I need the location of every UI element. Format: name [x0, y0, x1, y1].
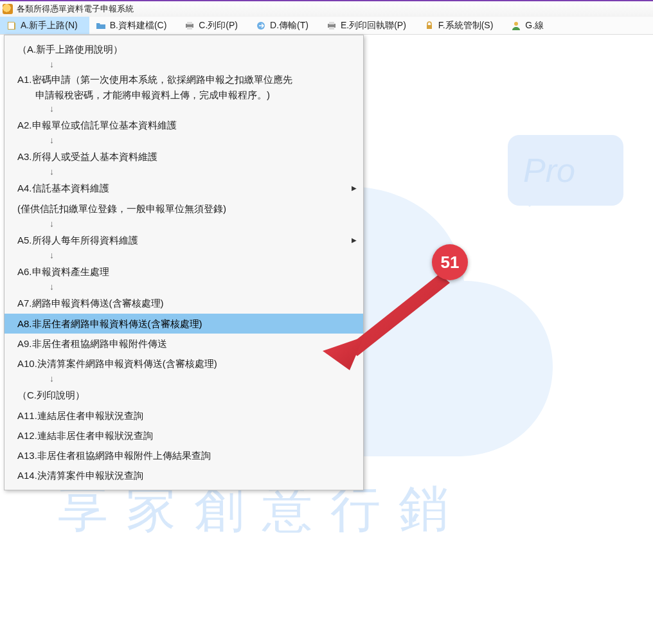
dropdown-item-label: A8.非居住者網路申報資料傳送(含審核處理): [17, 316, 202, 331]
dropdown-item-label: A12.連結非居住者申報狀況查詢: [17, 428, 153, 443]
flow-arrow-icon: ↓: [4, 103, 363, 115]
dropdown-item-label: A10.決清算案件網路申報資料傳送(含審核處理): [17, 356, 217, 371]
user-icon: [511, 21, 521, 31]
dropdown-item[interactable]: A4.信託基本資料維護: [4, 178, 363, 198]
svg-rect-6: [329, 27, 334, 30]
flow-arrow-icon: ↓: [4, 282, 363, 293]
dropdown-item[interactable]: A12.連結非居住者申報狀況查詢: [4, 425, 363, 445]
dropdown-item-label: A3.所得人或受益人基本資料維護: [17, 149, 157, 164]
dropdown-item-label: A6.申報資料產生處理: [17, 264, 109, 279]
flow-arrow-icon: ↓: [4, 166, 363, 178]
flow-arrow-icon: ↓: [4, 250, 363, 262]
dropdown-item-label: A4.信託基本資料維護: [17, 181, 109, 195]
menu-label: G.線: [525, 20, 544, 31]
printer-icon: [326, 21, 337, 31]
flow-arrow-icon: ↓: [4, 59, 363, 71]
menu-a-newbie[interactable]: A.新手上路(N): [0, 17, 89, 34]
menu-label: D.傳輸(T): [270, 20, 309, 31]
svg-rect-1: [187, 22, 192, 24]
dropdown-item-label: A13.非居住者租協網路申報附件上傳結果查詢: [17, 448, 211, 463]
printer-icon: [184, 21, 195, 31]
dropdown-item-label: (僅供信託扣繳單位登錄，一般申報單位無須登錄): [17, 201, 226, 216]
dropdown-item-label: A9.非居住者租協網路申報附件傳送: [17, 336, 167, 351]
dropdown-item-label: A5.所得人每年所得資料維護: [17, 233, 138, 247]
dropdown-item[interactable]: A2.申報單位或信託單位基本資料維護: [4, 115, 363, 135]
window-title: 各類所得憑單資料電子申報系統: [17, 3, 134, 15]
dropdown-item[interactable]: A13.非居住者租協網路申報附件上傳結果查詢: [4, 445, 363, 465]
book-icon: [6, 21, 17, 31]
dropdown-item[interactable]: A5.所得人每年所得資料維護: [4, 230, 363, 250]
dropdown-item-label: （C.列印說明）: [17, 388, 85, 402]
menu-f-system[interactable]: F.系統管制(S): [418, 17, 505, 34]
lock-icon: [424, 21, 434, 31]
menu-g-online[interactable]: G.線: [505, 17, 555, 34]
menubar: A.新手上路(N) B.資料建檔(C) C.列印(P) D.傳輸(T) E.列印…: [0, 17, 653, 35]
dropdown-item-label: （A.新手上路使用說明）: [17, 42, 123, 57]
app-icon: [3, 4, 13, 14]
svg-rect-7: [427, 25, 432, 29]
dropdown-item[interactable]: A10.決清算案件網路申報資料傳送(含審核處理): [4, 353, 363, 373]
window-titlebar: 各類所得憑單資料電子申報系統: [0, 0, 653, 17]
menu-d-transfer[interactable]: D.傳輸(T): [249, 17, 320, 34]
menu-label: A.新手上路(N): [21, 20, 78, 31]
dropdown-item[interactable]: A11.連結居住者申報狀況查詢: [4, 406, 363, 425]
annotation-number: 51: [441, 253, 460, 273]
menu-label: E.列印回執聯(P): [341, 20, 406, 31]
dropdown-item-label: A1.密碼申請（第一次使用本系統，欲採網路申報之扣繳單位應先: [17, 74, 292, 85]
dropdown-item[interactable]: A14.決清算案件申報狀況查詢: [4, 465, 363, 485]
flow-arrow-icon: ↓: [4, 135, 363, 147]
menu-b-data[interactable]: B.資料建檔(C): [89, 17, 179, 34]
flow-arrow-icon: ↓: [4, 373, 363, 385]
dropdown-item[interactable]: A1.密碼申請（第一次使用本系統，欲採網路申報之扣繳單位應先申請報稅密碼，才能將…: [4, 71, 363, 103]
menu-c-print[interactable]: C.列印(P): [178, 17, 249, 34]
dropdown-item[interactable]: A7.網路申報資料傳送(含審核處理): [4, 293, 363, 313]
dropdown-item[interactable]: （C.列印說明）: [4, 385, 363, 405]
svg-rect-5: [329, 22, 334, 24]
menu-label: F.系統管制(S): [438, 20, 494, 31]
dropdown-item-label: A2.申報單位或信託單位基本資料維護: [17, 118, 177, 132]
pro-bubble: Pro: [508, 135, 623, 206]
dropdown-item[interactable]: A9.非居住者租協網路申報附件傳送: [4, 334, 363, 353]
flow-arrow-icon: ↓: [4, 219, 363, 230]
menu-a-dropdown: （A.新手上路使用說明）↓A1.密碼申請（第一次使用本系統，欲採網路申報之扣繳單…: [4, 35, 364, 490]
pro-text: Pro: [508, 135, 623, 206]
svg-rect-2: [187, 27, 192, 30]
folder-icon: [96, 21, 106, 31]
dropdown-item-selected[interactable]: A8.非居住者網路申報資料傳送(含審核處理): [4, 314, 363, 334]
menu-label: C.列印(P): [199, 20, 238, 31]
menu-e-receipt[interactable]: E.列印回執聯(P): [320, 17, 418, 34]
transfer-icon: [256, 21, 266, 31]
dropdown-item[interactable]: （A.新手上路使用說明）: [4, 39, 363, 59]
dropdown-item-label: 申請報稅密碼，才能將申報資料上傳，完成申報程序。): [17, 87, 350, 102]
dropdown-item-label: A11.連結居住者申報狀況查詢: [17, 408, 143, 423]
dropdown-item[interactable]: A3.所得人或受益人基本資料維護: [4, 147, 363, 166]
annotation-badge: 51: [432, 244, 468, 280]
dropdown-item[interactable]: A6.申報資料產生處理: [4, 262, 363, 282]
dropdown-item[interactable]: (僅供信託扣繳單位登錄，一般申報單位無須登錄): [4, 199, 363, 219]
svg-point-8: [514, 22, 518, 26]
dropdown-item-label: A7.網路申報資料傳送(含審核處理): [17, 296, 164, 310]
menu-label: B.資料建檔(C): [110, 20, 167, 31]
dropdown-item-label: A14.決清算案件申報狀況查詢: [17, 468, 143, 483]
